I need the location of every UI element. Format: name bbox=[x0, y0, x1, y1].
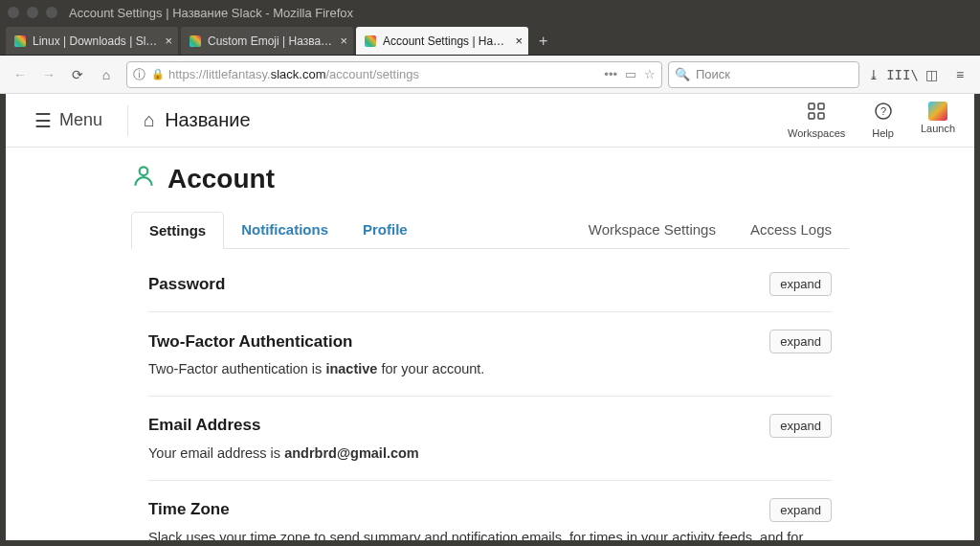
setting-timezone: Time Zone expand Slack uses your time zo… bbox=[148, 481, 832, 547]
slack-menu-button[interactable]: ☰ Menu bbox=[25, 105, 112, 136]
setting-title: Email Address bbox=[148, 416, 260, 435]
reader-mode-icon[interactable]: ▭ bbox=[625, 67, 636, 81]
window-minimize-button[interactable] bbox=[27, 7, 38, 18]
browser-tab-label: Account Settings | Назв… bbox=[383, 34, 509, 48]
slack-header: ☰ Menu ⌂ Название Workspaces ? Help bbox=[6, 94, 974, 148]
browser-tab-label: Custom Emoji | Названи… bbox=[208, 34, 334, 48]
site-info-icon[interactable]: ⓘ bbox=[133, 66, 145, 83]
tab-close-icon[interactable]: × bbox=[515, 34, 523, 48]
svg-text:?: ? bbox=[880, 105, 886, 117]
browser-nav-bar: ← → ⟳ ⌂ ⓘ 🔒 https://littlefantasy.slack.… bbox=[0, 56, 980, 94]
nav-back-button[interactable]: ← bbox=[6, 61, 34, 88]
page-heading: Account bbox=[167, 164, 275, 194]
browser-search-input[interactable]: 🔍 Поиск bbox=[668, 61, 859, 88]
nav-home-button[interactable]: ⌂ bbox=[92, 61, 121, 88]
setting-description: Your email address is andrbrd@gmail.com bbox=[148, 444, 832, 465]
browser-tab-strip: Linux | Downloads | Slac… × Custom Emoji… bbox=[0, 25, 980, 56]
svg-rect-2 bbox=[809, 113, 814, 119]
url-bar[interactable]: ⓘ 🔒 https://littlefantasy.slack.com/acco… bbox=[126, 61, 662, 88]
hamburger-icon: ☰ bbox=[34, 109, 52, 132]
setting-description: Slack uses your time zone to send summar… bbox=[148, 528, 832, 547]
header-launch-label: Launch bbox=[921, 123, 955, 134]
tab-settings[interactable]: Settings bbox=[131, 212, 224, 249]
svg-rect-3 bbox=[818, 113, 824, 119]
lock-icon: 🔒 bbox=[151, 68, 165, 80]
nav-forward-button[interactable]: → bbox=[34, 61, 63, 88]
search-placeholder: Поиск bbox=[696, 67, 730, 81]
window-maximize-button[interactable] bbox=[46, 7, 57, 18]
browser-tab[interactable]: Linux | Downloads | Slac… × bbox=[6, 27, 178, 55]
tab-close-icon[interactable]: × bbox=[340, 34, 347, 48]
tab-close-icon[interactable]: × bbox=[165, 34, 172, 48]
expand-button[interactable]: expand bbox=[769, 498, 832, 522]
bookmark-star-icon[interactable]: ☆ bbox=[644, 67, 656, 81]
setting-description: Two-Factor authentication is inactive fo… bbox=[148, 359, 832, 380]
window-title: Account Settings | Название Slack - Mozi… bbox=[69, 6, 353, 20]
tab-notifications[interactable]: Notifications bbox=[224, 212, 345, 248]
user-icon bbox=[131, 163, 156, 194]
setting-two-factor: Two-Factor Authentication expand Two-Fac… bbox=[148, 312, 832, 397]
settings-list: Password expand Two-Factor Authenticatio… bbox=[131, 249, 849, 546]
setting-title: Two-Factor Authentication bbox=[148, 332, 352, 352]
browser-tab[interactable]: Account Settings | Назв… × bbox=[356, 27, 528, 55]
window-titlebar: Account Settings | Название Slack - Mozi… bbox=[0, 0, 980, 25]
svg-rect-0 bbox=[809, 103, 814, 109]
page-title: Account bbox=[131, 163, 849, 194]
tab-access-logs[interactable]: Access Logs bbox=[733, 212, 849, 248]
header-workspaces-button[interactable]: Workspaces bbox=[788, 102, 845, 139]
url-text: https://littlefantasy.slack.com/account/… bbox=[168, 67, 604, 81]
expand-button[interactable]: expand bbox=[769, 272, 832, 296]
nav-reload-button[interactable]: ⟳ bbox=[63, 61, 92, 88]
svg-point-6 bbox=[140, 167, 148, 175]
header-help-button[interactable]: ? Help bbox=[872, 102, 894, 139]
slack-favicon-icon bbox=[13, 34, 27, 48]
page-action-dots-icon[interactable]: ••• bbox=[604, 67, 617, 81]
setting-email: Email Address expand Your email address … bbox=[148, 397, 832, 481]
downloads-icon[interactable]: ⤓ bbox=[859, 61, 888, 88]
library-icon[interactable]: III\ bbox=[888, 61, 917, 88]
setting-title: Password bbox=[148, 275, 225, 294]
new-tab-button[interactable]: + bbox=[531, 27, 555, 55]
expand-button[interactable]: expand bbox=[769, 330, 832, 353]
header-launch-button[interactable]: Launch bbox=[921, 102, 955, 139]
workspace-home-link[interactable]: ⌂ Название bbox=[144, 109, 250, 131]
launch-icon bbox=[928, 102, 947, 121]
svg-rect-1 bbox=[818, 103, 824, 109]
setting-password: Password expand bbox=[148, 255, 832, 312]
menu-icon[interactable]: ≡ bbox=[946, 61, 974, 88]
browser-tab-label: Linux | Downloads | Slac… bbox=[33, 34, 159, 48]
account-tabs: Settings Notifications Profile Workspace… bbox=[131, 212, 849, 249]
header-workspaces-label: Workspaces bbox=[788, 127, 845, 139]
workspace-name: Название bbox=[165, 109, 250, 131]
tab-workspace-settings[interactable]: Workspace Settings bbox=[571, 212, 733, 248]
slack-favicon-icon bbox=[189, 34, 202, 48]
search-icon: 🔍 bbox=[675, 67, 690, 81]
divider bbox=[127, 105, 128, 136]
help-icon: ? bbox=[874, 102, 893, 125]
home-icon: ⌂ bbox=[144, 109, 155, 131]
setting-title: Time Zone bbox=[148, 500, 230, 519]
grid-icon bbox=[807, 102, 826, 125]
tab-profile[interactable]: Profile bbox=[345, 212, 425, 248]
browser-tab[interactable]: Custom Emoji | Названи… × bbox=[181, 27, 353, 55]
expand-button[interactable]: expand bbox=[769, 414, 832, 438]
header-help-label: Help bbox=[872, 127, 894, 139]
sidebar-icon[interactable]: ◫ bbox=[917, 61, 946, 88]
slack-menu-label: Menu bbox=[59, 110, 102, 130]
browser-viewport: ☰ Menu ⌂ Название Workspaces ? Help bbox=[0, 94, 980, 546]
slack-favicon-icon bbox=[364, 34, 377, 48]
window-close-button[interactable] bbox=[8, 7, 19, 18]
